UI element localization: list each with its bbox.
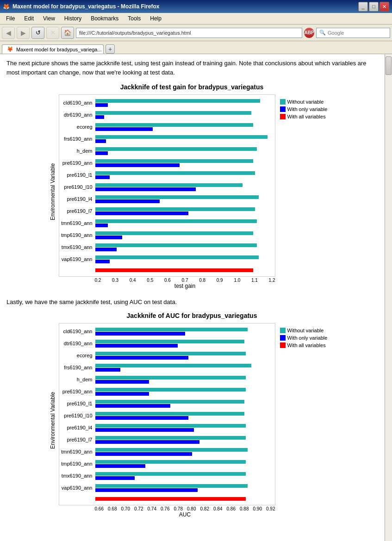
table-row: pre6190_l10 [59, 181, 275, 193]
chart1-main: cld6190_ann dtr6190_ann [59, 94, 275, 289]
legend-item-only: With only variable [280, 106, 336, 112]
tab-bar: 🦊 Maxent model for bradypus_variega... ✕… [0, 41, 392, 54]
table-row: ecoreg [59, 121, 275, 133]
legend-label-without: Without variable [287, 99, 324, 105]
content-area: The next picture shows the same jackknif… [0, 54, 392, 541]
table-row: pre6190_l7 [59, 205, 275, 217]
legend-swatch-blue [280, 106, 286, 112]
window-title: Maxent model for bradypus_variegatus - M… [12, 3, 159, 10]
chart1-container: Jackknife of test gain for bradypus_vari… [49, 83, 336, 289]
nav-bar: ◀ ▶ ↺ ✕ 🏠 file:///C:/tutorial/outputs/br… [0, 25, 392, 41]
chart1-legend: Without variable With only variable With… [275, 94, 336, 289]
menu-item-help[interactable]: Help [146, 14, 166, 23]
search-bar: 🔍 [316, 28, 390, 38]
menu-item-history[interactable]: History [60, 14, 86, 23]
table-row: tmn6190_ann [59, 217, 275, 229]
table-row: pre6190_l1 [59, 169, 275, 181]
scroll-thumb[interactable] [386, 56, 392, 75]
close-button[interactable]: ✕ [380, 2, 389, 12]
maximize-button[interactable]: □ [369, 2, 379, 12]
teal-bar [95, 99, 261, 103]
table-row: tmx6190_ann [59, 470, 275, 482]
table-row: h_dem [59, 373, 275, 386]
blue-bar [95, 103, 108, 107]
menu-item-view[interactable]: View [39, 14, 59, 23]
all-variables-row [59, 495, 275, 503]
tab-favicon: 🦊 [7, 46, 13, 52]
legend-item-all: With all variables [280, 114, 336, 119]
legend-label-all: With all variables [287, 114, 326, 119]
intro-text: The next picture shows the same jackknif… [6, 59, 377, 77]
table-row: pre6190_ann [59, 386, 275, 398]
home-button[interactable]: 🏠 [61, 27, 74, 39]
table-row: dtr6190_ann [59, 337, 275, 349]
table-row: vap6190_ann [59, 253, 275, 265]
red-bar [95, 268, 253, 272]
browser-icon: 🦊 [3, 3, 10, 10]
legend-label-only: With only variable [287, 106, 328, 112]
reload-button[interactable]: ↺ [31, 27, 44, 39]
table-row: h_dem [59, 145, 275, 157]
table-row: frs6190_ann [59, 361, 275, 373]
legend-swatch-teal [280, 99, 286, 105]
legend-label-all2: With all variables [287, 342, 326, 348]
legend-swatch-teal2 [280, 328, 286, 333]
table-row: tmp6190_ann [59, 229, 275, 241]
scrollbar[interactable] [385, 54, 392, 541]
menu-item-edit[interactable]: Edit [20, 14, 38, 23]
legend-swatch-red2 [280, 342, 286, 348]
menu-bar: FileEditViewHistoryBookmarksToolsHelp [0, 13, 392, 25]
chart2-container: Jackknife of AUC for bradypus_variegatus… [49, 312, 336, 518]
table-row: pre6190_l4 [59, 193, 275, 205]
legend-swatch-red [280, 114, 286, 119]
table-row: pre6190_l4 [59, 422, 275, 434]
chart1-title: Jackknife of test gain for bradypus_vari… [49, 83, 336, 91]
chart2-title: Jackknife of AUC for bradypus_variegatus [49, 312, 336, 319]
chart2-legend: Without variable With only variable With… [275, 323, 336, 518]
menu-item-file[interactable]: File [2, 14, 19, 23]
tab-label: Maxent model for bradypus_variega... [16, 47, 102, 52]
minimize-button[interactable]: _ [358, 2, 368, 12]
table-row: pre6190_l1 [59, 398, 275, 410]
table-row: tmn6190_ann [59, 446, 275, 458]
menu-item-bookmarks[interactable]: Bookmarks [87, 14, 123, 23]
table-row: tmp6190_ann [59, 458, 275, 470]
stop-button[interactable]: ✕ [46, 27, 59, 39]
section-text: Lastly, we have the same jackknife test,… [6, 298, 377, 305]
table-row: pre6190_ann [59, 157, 275, 169]
table-row: frs6190_ann [59, 133, 275, 145]
search-input[interactable] [328, 30, 374, 36]
legend-label-without2: Without variable [287, 328, 324, 333]
bar-track [95, 97, 275, 109]
forward-button[interactable]: ▶ [17, 27, 30, 39]
new-tab-button[interactable]: + [106, 44, 115, 54]
active-tab[interactable]: 🦊 Maxent model for bradypus_variega... ✕ [2, 44, 104, 54]
menu-item-tools[interactable]: Tools [124, 14, 145, 23]
chart1-bars-area: cld6190_ann dtr6190_ann [59, 94, 275, 277]
chart1-x-axis: 0.2 0.3 0.4 0.5 0.6 0.7 0.8 0.9 1.0 1.1 … [59, 278, 275, 283]
all-variables-row [59, 266, 275, 274]
title-bar: 🦊 Maxent model for bradypus_variegatus -… [0, 0, 392, 13]
table-row: vap6190_ann [59, 482, 275, 494]
table-row: dtr6190_ann [59, 109, 275, 121]
address-text: file:///C:/tutorial/outputs/bradypus_var… [79, 30, 191, 36]
back-button[interactable]: ◀ [2, 27, 15, 39]
chart2-x-axis: 0.66 0.68 0.70 0.72 0.74 0.76 0.78 0.80 … [59, 506, 275, 511]
table-row: cld6190_ann [59, 97, 275, 109]
legend-item-without2: Without variable [280, 328, 336, 333]
chart1-y-axis-label: Environmental Variable [49, 94, 57, 289]
legend-item-only2: With only variable [280, 335, 336, 341]
table-row: pre6190_l7 [59, 434, 275, 446]
chart2-bars-area: cld6190_ann dtr6190_ann [59, 323, 275, 505]
legend-item-all2: With all variables [280, 342, 336, 348]
legend-swatch-blue2 [280, 335, 286, 341]
address-bar[interactable]: file:///C:/tutorial/outputs/bradypus_var… [76, 28, 302, 38]
abp-icon[interactable]: ABP [304, 28, 314, 38]
chart2-main: cld6190_ann dtr6190_ann [59, 323, 275, 518]
search-engine-icon: 🔍 [319, 30, 326, 36]
chart1-x-axis-title: test gain [59, 283, 275, 289]
chart2-y-axis-label: Environmental Variable [49, 323, 57, 518]
red-bar [95, 497, 246, 501]
table-row: pre6190_l10 [59, 410, 275, 422]
chart2-x-axis-title: AUC [59, 511, 275, 518]
